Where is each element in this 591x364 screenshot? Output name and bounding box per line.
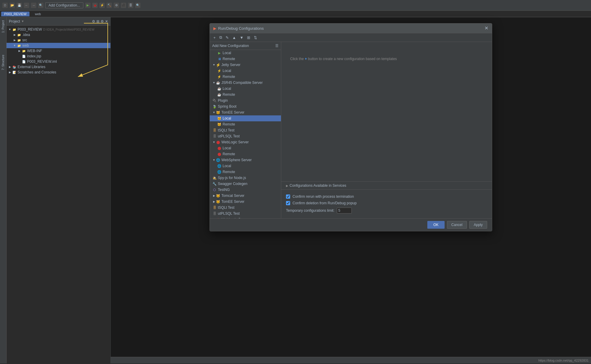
icon-save[interactable]: 💾 <box>17 3 22 8</box>
ct-weblogic-server[interactable]: ▼ ⬤ WebLogic Server <box>210 139 281 145</box>
icon-search-everywhere[interactable]: 🔍 <box>38 3 43 8</box>
find-icon[interactable]: 🔍 <box>135 3 140 8</box>
apply-button[interactable]: Apply <box>469 221 487 229</box>
ct-jsr45-remote[interactable]: ☕ Remote <box>210 92 281 98</box>
limit-input[interactable] <box>337 208 352 214</box>
ct-swagger[interactable]: 🔧 Swagger Codegen <box>210 181 281 187</box>
ct-jsr45-local[interactable]: ☕ Local <box>210 86 281 92</box>
ct-spring-boot[interactable]: 🍃 Spring Boot <box>210 103 281 109</box>
ct-websphere-label: WebSphere Server <box>221 158 252 162</box>
run-debug-dialog: ▶ Run/Debug Configurations ✕ + ⧉ ✎ ▲ ▼ ⊞… <box>209 23 492 231</box>
run-icon[interactable]: ▶ <box>85 3 90 8</box>
tree-ext-libs[interactable]: ▶ 📚 External Libraries <box>7 64 110 70</box>
tree-web[interactable]: ▼ 📁 web <box>7 43 110 48</box>
add-configuration-button[interactable]: Add Configuration... <box>45 2 83 8</box>
config-available-row[interactable]: ▶ Configurations Available in Services <box>281 181 492 189</box>
ct-tomee-local[interactable]: 🐱 Local <box>210 115 281 121</box>
ct-websphere-remote-label: Remote <box>223 170 235 174</box>
project-side-tab[interactable]: 1: Project <box>1 18 5 34</box>
deletion-checkbox[interactable] <box>286 201 290 205</box>
tree-iml-label: P003_REVIEW.iml <box>27 59 57 64</box>
toolbar-up-button[interactable]: ▲ <box>231 35 237 40</box>
weblogic-remote-icon: ⬤ <box>217 152 222 156</box>
ct-jetty-local[interactable]: ⚡ Local <box>210 68 281 74</box>
debug-icon[interactable]: 🐞 <box>92 3 98 8</box>
ct-jetty-label: Jetty Server <box>221 63 240 67</box>
ct-tomee-remote[interactable]: 🐱 Remote <box>210 121 281 127</box>
structure-side-tab[interactable]: 7: Structure <box>1 53 5 72</box>
toolbar-sort-button[interactable]: ⇅ <box>253 35 258 40</box>
project-name-tab[interactable]: P003_REVIEW <box>1 12 29 16</box>
tree-root[interactable]: ▼ 📁 P003_REVIEW D:\IDEA_Projects\Web\P00… <box>7 27 110 32</box>
layout-icon[interactable]: ⊞ <box>96 19 99 23</box>
icon-open[interactable]: 📂 <box>10 3 15 8</box>
deletion-label: Confirm deletion from Run/Debug popup <box>293 201 357 205</box>
dialog-title: ▶ Run/Debug Configurations <box>213 26 264 31</box>
tree-scratches[interactable]: ▶ 📝 Scratches and Consoles <box>7 70 110 75</box>
ct-jsr45-server[interactable]: ▼ ☕ JSR45 Compatible Server <box>210 80 281 86</box>
toolbar-add-button[interactable]: + <box>212 35 217 40</box>
ct-websphere-local[interactable]: 🌐 Local <box>210 163 281 169</box>
settings-icon[interactable]: ⚙ <box>114 3 119 8</box>
database-icon[interactable]: 🗄 <box>128 3 133 8</box>
tree-src[interactable]: ▶ 📁 src <box>7 37 110 43</box>
ct-weblogic-remote[interactable]: ⬤ Remote <box>210 151 281 157</box>
tree-iml[interactable]: 📄 P003_REVIEW.iml <box>7 59 110 64</box>
ct-testng[interactable]: ⬡ TestNG <box>210 187 281 193</box>
ct-tsqlt[interactable]: 🗄 tSQLt Test <box>210 127 281 133</box>
tree-root-path: D:\IDEA_Projects\Web\P003_REVIEW <box>43 28 94 31</box>
icon-new[interactable]: 🗋 <box>2 3 8 8</box>
toolbar-down-button[interactable]: ▼ <box>238 35 245 40</box>
icon-back[interactable]: ← <box>24 3 29 8</box>
tree-web-inf[interactable]: ▶ 📁 WEB-INF <box>7 48 110 54</box>
scratches-icon: 📝 <box>12 70 17 75</box>
filter-icon[interactable]: ☰ <box>275 44 279 48</box>
ct-jetty-server[interactable]: ▼ ⚡ Jetty Server <box>210 62 281 68</box>
status-url: https://blog.csdn.net/qq_42292831 <box>538 359 589 362</box>
panel-dropdown-arrow[interactable]: ▼ <box>21 20 24 23</box>
build-icon[interactable]: 🔨 <box>107 3 112 8</box>
ct-utplsql2-label: utPLSQL Test <box>218 211 240 216</box>
ct-remote-above[interactable]: 🖥 Remote <box>210 56 281 62</box>
toolbar-copy-button[interactable]: ⧉ <box>218 34 223 40</box>
settings2-icon[interactable]: ⚙ <box>101 19 104 23</box>
gear-icon[interactable]: ⚙ <box>92 19 95 23</box>
rerun-checkbox[interactable] <box>286 194 290 199</box>
terminal-icon[interactable]: ⬛ <box>121 3 126 8</box>
ct-tomee2-label: TomEE Server <box>221 200 244 204</box>
tree-idea[interactable]: ▶ 📁 .idea <box>7 32 110 37</box>
ct-tomee2-server[interactable]: ▶ 🐱 TomEE Server <box>210 199 281 205</box>
ct-tomcat-server[interactable]: ▶ 🐱 Tomcat Server <box>210 193 281 199</box>
ok-button[interactable]: OK <box>427 221 444 229</box>
icon-forward[interactable]: → <box>31 3 36 8</box>
web-tab[interactable]: web <box>32 12 44 16</box>
ct-weblogic-local[interactable]: ⬤ Local <box>210 145 281 151</box>
ct-utplsql[interactable]: 🗄 utPLSQL Test <box>210 133 281 139</box>
ct-tomee2-arrow: ▶ <box>212 200 216 203</box>
run-with-coverage[interactable]: ⚡ <box>99 3 105 8</box>
cancel-button[interactable]: Cancel <box>447 221 467 229</box>
toolbar-edit-button[interactable]: ✎ <box>224 35 230 40</box>
dialog-toolbar: + ⧉ ✎ ▲ ▼ ⊞ ⇅ <box>210 33 492 42</box>
ct-utplsql2[interactable]: 🗄 utPLSQL Test <box>210 211 281 216</box>
dialog-close-button[interactable]: ✕ <box>484 26 488 31</box>
toolbar-group-button[interactable]: ⊞ <box>246 35 251 40</box>
dialog-footer: OK Cancel Apply <box>210 218 492 231</box>
ct-websphere-server[interactable]: ▼ 🌐 WebSphere Server <box>210 157 281 163</box>
tree-index-jsp[interactable]: 📄 index.jsp <box>7 54 110 59</box>
hint-text: Click the + button to create a new confi… <box>290 57 397 61</box>
ct-jetty-remote[interactable]: ⚡ Remote <box>210 74 281 80</box>
ct-websphere-remote[interactable]: 🌐 Remote <box>210 169 281 175</box>
config-tree[interactable]: ▶ Local 🖥 Remote <box>210 50 281 218</box>
tsqlt-icon: 🗄 <box>212 128 217 133</box>
ct-tomee-server[interactable]: ▼ 🐱 TomEE Server <box>210 109 281 115</box>
ct-tsqlt2[interactable]: 🗄 tSQLt Test <box>210 205 281 211</box>
ct-local-above[interactable]: ▶ Local <box>210 50 281 56</box>
ct-plugin[interactable]: 🔌 Plugin <box>210 98 281 103</box>
close-panel-icon[interactable]: ✕ <box>105 19 108 23</box>
ct-spy-js[interactable]: 🕵 Spy-js for Node.js <box>210 175 281 181</box>
local-icon: ▶ <box>217 51 222 55</box>
tree-arrow-extlibs: ▶ <box>8 65 12 69</box>
project-panel: Project ▼ ⚙ ⊞ ⚙ ✕ ▼ 📁 P003_REVIEW D:\IDE… <box>7 17 111 363</box>
project-tab-bar: P003_REVIEW web <box>0 11 591 17</box>
